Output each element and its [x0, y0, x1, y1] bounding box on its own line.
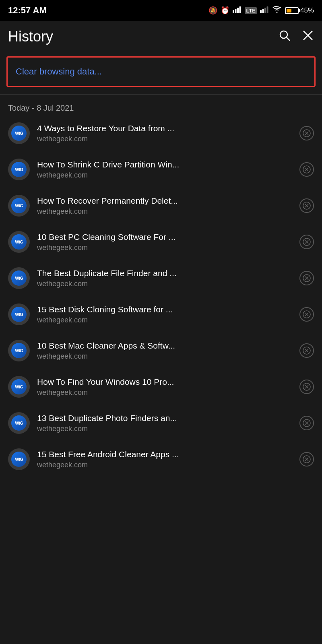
history-content: How To Recover Permanently Delet... weth…: [37, 196, 292, 216]
remove-history-button[interactable]: [299, 307, 314, 322]
remove-history-button[interactable]: [299, 416, 314, 430]
site-favicon: WtG: [8, 122, 30, 144]
list-item[interactable]: WtG 10 Best Mac Cleaner Apps & Softw... …: [0, 332, 322, 369]
signal2-icon: [260, 6, 269, 15]
history-url: wethegeek.com: [37, 388, 292, 397]
history-title: 4 Ways to Restore Your Data from ...: [37, 124, 292, 133]
list-item[interactable]: WtG How To Recover Permanently Delet... …: [0, 188, 322, 224]
history-content: 15 Best Free Android Cleaner Apps ... we…: [37, 450, 292, 469]
svg-rect-3: [239, 6, 241, 13]
svg-rect-4: [260, 10, 262, 13]
list-item[interactable]: WtG 13 Best Duplicate Photo Finders an..…: [0, 405, 322, 441]
history-list: WtG 4 Ways to Restore Your Data from ...…: [0, 115, 322, 477]
history-title: How To Recover Permanently Delet...: [37, 196, 292, 206]
alarm-icon: ⏰: [221, 6, 229, 15]
history-title: How To Find Your Windows 10 Pro...: [37, 377, 292, 387]
close-icon[interactable]: [302, 29, 314, 44]
battery-percent: 45%: [300, 6, 314, 14]
list-item[interactable]: WtG The Best Duplicate File Finder and .…: [0, 260, 322, 296]
list-item[interactable]: WtG 4 Ways to Restore Your Data from ...…: [0, 115, 322, 151]
section-divider: [0, 94, 322, 95]
history-content: 10 Best PC Cleaning Software For ... wet…: [37, 232, 292, 252]
site-favicon: WtG: [8, 376, 30, 398]
signal-icon: [233, 6, 242, 15]
silent-icon: 🔕: [208, 6, 217, 15]
history-title: 15 Best Disk Cloning Software for ...: [37, 305, 292, 314]
history-url: wethegeek.com: [37, 207, 292, 216]
remove-history-button[interactable]: [299, 162, 314, 177]
clear-browsing-button[interactable]: Clear browsing data...: [6, 56, 316, 87]
remove-history-button[interactable]: [299, 380, 314, 394]
remove-history-button[interactable]: [299, 343, 314, 358]
list-item[interactable]: WtG 15 Best Free Android Cleaner Apps ..…: [0, 441, 322, 477]
history-url: wethegeek.com: [37, 171, 292, 180]
search-icon[interactable]: [279, 29, 291, 44]
remove-history-button[interactable]: [299, 271, 314, 285]
site-logo: WtG: [15, 385, 23, 389]
remove-history-button[interactable]: [299, 452, 314, 466]
history-title: 10 Best PC Cleaning Software For ...: [37, 232, 292, 242]
history-content: 4 Ways to Restore Your Data from ... wet…: [37, 124, 292, 143]
site-favicon: WtG: [8, 267, 30, 289]
svg-rect-2: [237, 8, 239, 13]
svg-rect-6: [264, 8, 266, 13]
site-favicon: WtG: [8, 340, 30, 361]
list-item[interactable]: WtG 10 Best PC Cleaning Software For ...…: [0, 224, 322, 260]
history-content: 15 Best Disk Cloning Software for ... we…: [37, 305, 292, 324]
header-actions: [279, 29, 314, 44]
status-time: 12:57 AM: [8, 5, 47, 16]
svg-point-8: [280, 31, 287, 38]
site-logo: WtG: [15, 421, 23, 425]
svg-rect-7: [266, 6, 268, 13]
site-favicon: WtG: [8, 159, 30, 180]
history-content: The Best Duplicate File Finder and ... w…: [37, 268, 292, 288]
remove-history-button[interactable]: [299, 235, 314, 249]
remove-history-button[interactable]: [299, 198, 314, 213]
battery-bar: [285, 7, 299, 14]
battery-fill: [287, 9, 291, 12]
history-title: The Best Duplicate File Finder and ...: [37, 268, 292, 278]
site-favicon: WtG: [8, 448, 30, 470]
list-item[interactable]: WtG How To Find Your Windows 10 Pro... w…: [0, 369, 322, 405]
clear-browsing-container: Clear browsing data...: [0, 52, 322, 91]
list-item[interactable]: WtG 15 Best Disk Cloning Software for ..…: [0, 296, 322, 332]
history-title: How To Shrink C Drive Partition Win...: [37, 160, 292, 169]
history-url: wethegeek.com: [37, 280, 292, 288]
site-favicon: WtG: [8, 303, 30, 325]
list-item[interactable]: WtG How To Shrink C Drive Partition Win.…: [0, 151, 322, 188]
site-logo: WtG: [15, 457, 23, 462]
wifi-icon: [272, 6, 282, 15]
site-favicon: WtG: [8, 195, 30, 217]
site-favicon: WtG: [8, 231, 30, 253]
date-group-label: Today - 8 Jul 2021: [0, 98, 322, 115]
history-title: 13 Best Duplicate Photo Finders an...: [37, 413, 292, 423]
site-logo: WtG: [15, 349, 23, 353]
header: History: [0, 21, 322, 52]
history-title: 15 Best Free Android Cleaner Apps ...: [37, 450, 292, 459]
svg-rect-5: [262, 9, 264, 13]
history-title: 10 Best Mac Cleaner Apps & Softw...: [37, 341, 292, 351]
svg-rect-1: [235, 9, 237, 13]
history-url: wethegeek.com: [37, 425, 292, 433]
page-title: History: [8, 28, 53, 45]
site-logo: WtG: [15, 312, 23, 317]
svg-line-9: [287, 37, 290, 41]
history-url: wethegeek.com: [37, 461, 292, 469]
history-url: wethegeek.com: [37, 352, 292, 361]
site-logo: WtG: [15, 204, 23, 208]
lte-badge: LTE: [245, 7, 257, 14]
site-logo: WtG: [15, 240, 23, 244]
site-logo: WtG: [15, 276, 23, 281]
site-logo: WtG: [15, 167, 23, 172]
history-url: wethegeek.com: [37, 316, 292, 324]
site-favicon: WtG: [8, 412, 30, 434]
history-url: wethegeek.com: [37, 244, 292, 252]
svg-rect-0: [233, 10, 234, 13]
remove-history-button[interactable]: [299, 126, 314, 140]
status-icons: 🔕 ⏰ LTE: [208, 6, 314, 15]
status-bar: 12:57 AM 🔕 ⏰ LTE: [0, 0, 322, 21]
site-logo: WtG: [15, 131, 23, 136]
history-content: 13 Best Duplicate Photo Finders an... we…: [37, 413, 292, 433]
history-content: 10 Best Mac Cleaner Apps & Softw... weth…: [37, 341, 292, 361]
history-url: wethegeek.com: [37, 135, 292, 143]
